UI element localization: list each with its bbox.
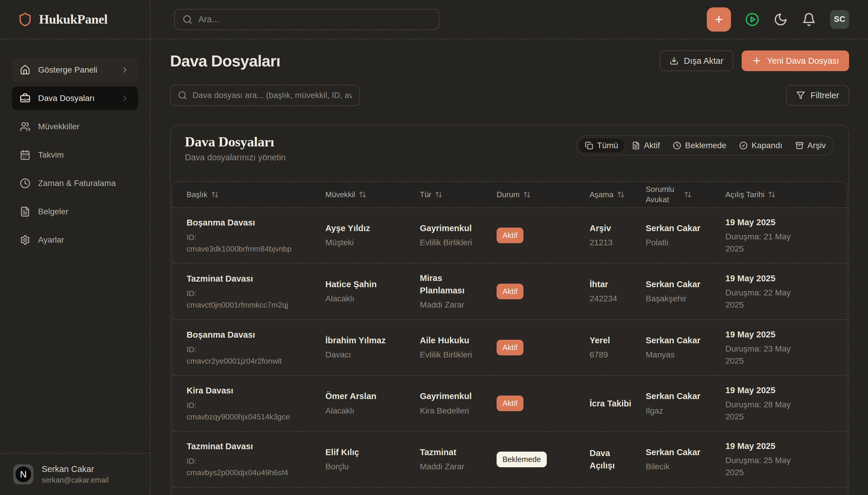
sort-icon [211,191,219,198]
app-title: HukukPanel [39,12,107,27]
case-table-body: Boşanma Davası ID: cmave3dk1000brfmm84bj… [172,208,847,488]
play-button[interactable] [745,12,759,27]
sidebar-item-cases[interactable]: Dava Dosyaları [12,86,138,110]
sidebar-item-settings[interactable]: Ayarlar [12,228,138,252]
sidebar-user[interactable]: N Serkan Cakar serkan@cakar.email [0,453,150,495]
column-header-date[interactable]: Açılış Tarihi [726,190,833,199]
sidebar: HukukPanel Gösterge Paneli Dava Dosyalar… [0,0,151,495]
plus-icon [752,56,762,66]
profile-avatar[interactable]: SC [830,10,849,29]
table-tail [172,488,847,495]
chevron-right-icon [120,66,130,74]
cases-table: Başlık Müvekkil Tür Durum [172,181,847,495]
sort-icon [359,191,367,198]
hearing-date: Duruşma: 23 May 2025 [726,343,799,367]
hearing-date: Duruşma: 22 May 2025 [726,287,799,311]
theme-toggle-button[interactable] [773,12,788,27]
lawyer-name: Serkan Cakar [646,222,714,234]
shield-icon [18,12,33,27]
cases-card: Dava Dosyaları Dava dosyalarınızı yöneti… [170,125,849,495]
table-row[interactable]: Boşanma Davası ID: cmavcr2ye0001jz04r2fo… [172,320,847,376]
case-id: cmave3dk1000brfmm84bjvnbp [187,243,313,255]
tab-pending[interactable]: Beklemede [666,138,733,153]
global-search-input[interactable] [199,15,431,24]
notifications-button[interactable] [802,12,816,27]
section-title: Dava Dosyaları [185,134,286,150]
client-role: Alacaklı [325,405,408,417]
tab-archive[interactable]: Arşiv [789,138,832,153]
table-row[interactable]: Boşanma Davası ID: cmave3dk1000brfmm84bj… [172,208,847,263]
case-stage: İhtar [590,278,634,290]
table-row[interactable]: Kira Davası ID: cmavbzqy9000hjx04514k3gc… [172,376,847,431]
file-text-icon [20,206,30,217]
case-id: cmavcr2ye0001jz04r2fonwlt [187,355,313,367]
hearing-date: Duruşma: 21 May 2025 [726,231,799,255]
sidebar-item-label: Dava Dosyaları [38,93,95,103]
sidebar-item-label: Belgeler [38,207,68,216]
table-row[interactable]: Tazminat Davası ID: cmavbys2p000djx04u49… [172,431,847,487]
bell-icon [802,12,816,27]
sort-icon [684,191,692,198]
case-search-input[interactable] [192,91,352,100]
case-stage: İcra Takibi [590,397,634,410]
topbar: SC [151,0,868,39]
plus-icon [714,14,724,25]
user-name: Serkan Cakar [41,464,109,474]
tab-all[interactable]: Tümü [578,138,625,153]
tab-active[interactable]: Aktif [625,138,666,153]
tab-closed[interactable]: Kapandı [733,138,788,153]
column-header-client[interactable]: Müvekkil [325,190,420,199]
sort-icon [617,191,625,198]
client-role: Alacaklı [325,293,408,305]
sidebar-nav: Gösterge Paneli Dava Dosyaları Müvekkill… [0,39,150,256]
global-search [174,9,439,30]
export-button[interactable]: Dışa Aktar [660,50,733,71]
status-filter-tabs: Tümü Aktif Beklemede Kapandı [576,136,834,156]
client-name: Ayşe Yıldız [325,222,408,234]
opening-date: 19 May 2025 [726,328,799,341]
quick-add-button[interactable] [707,7,731,32]
sidebar-item-time-billing[interactable]: Zaman & Faturalama [12,171,138,195]
new-case-button[interactable]: Yeni Dava Dosyası [742,50,849,71]
filters-button-label: Filtreler [811,91,839,100]
column-header-lawyer[interactable]: Sorumlu Avukat [646,184,726,205]
case-id-label: ID: [187,400,313,411]
user-email: serkan@cakar.email [41,476,109,484]
client-name: Hatice Şahin [325,278,408,290]
case-stage-detail: 6789 [590,349,634,361]
sidebar-item-calendar[interactable]: Takvim [12,143,138,167]
case-type: Tazminat [420,446,488,458]
case-id-label: ID: [187,288,313,299]
search-icon [178,91,187,100]
tab-label: Beklemede [685,141,726,150]
sidebar-item-documents[interactable]: Belgeler [12,200,138,223]
column-header-stage[interactable]: Aşama [590,190,646,199]
opening-date: 19 May 2025 [726,384,799,396]
copy-icon [585,141,593,150]
sidebar-item-dashboard[interactable]: Gösterge Paneli [12,58,138,82]
table-row[interactable]: Tazminat Davası ID: cmavct0jn0001rfmmkcc… [172,263,847,320]
export-button-label: Dışa Aktar [684,56,724,66]
cases-card-header: Dava Dosyaları Dava dosyalarınızı yöneti… [172,134,847,163]
lawyer-name: Serkan Cakar [646,278,714,290]
sort-icon [435,191,443,198]
status-badge: Aktif [497,227,524,243]
column-header-type[interactable]: Tür [420,190,497,199]
circle-check-icon [739,141,748,150]
main-area: SC Dava Dosyaları Dışa Aktar Yeni Dava D… [151,0,868,495]
case-title: Tazminat Davası [187,272,313,285]
case-title: Tazminat Davası [187,440,313,453]
file-text-icon [632,141,640,150]
clock-icon [20,178,30,189]
new-case-button-label: Yeni Dava Dosyası [767,56,839,66]
tab-label: Arşiv [807,141,826,150]
sidebar-item-label: Zaman & Faturalama [38,178,116,188]
column-header-status[interactable]: Durum [497,190,590,199]
column-header-title[interactable]: Başlık [187,190,325,199]
case-id: cmavbzqy9000hjx04514k3gce [187,411,313,423]
sidebar-item-clients[interactable]: Müvekkiller [12,115,138,138]
section-subtitle: Dava dosyalarınızı yönetin [185,153,286,163]
status-badge: Aktif [497,395,524,411]
filters-button[interactable]: Filtreler [786,85,849,106]
case-stage-detail: 21213 [590,237,634,249]
